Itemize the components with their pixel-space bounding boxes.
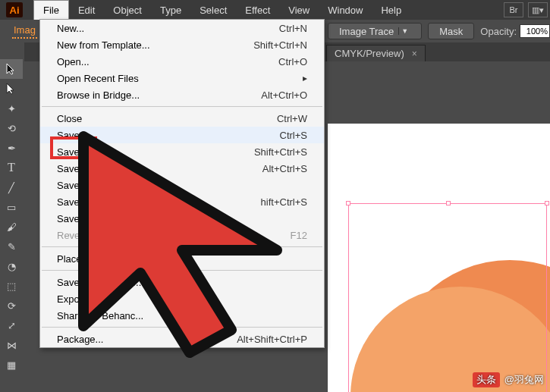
blob-tool-icon[interactable]: ◔ (0, 256, 23, 276)
menu-item-save-selected[interactable]: Save Sele (40, 210, 324, 227)
opacity-control: Opacity: (480, 24, 550, 38)
selection-handle[interactable] (346, 201, 350, 205)
chevron-down-icon[interactable]: ▼ (398, 27, 410, 35)
type-tool-icon[interactable]: T (0, 158, 23, 177)
brush-tool-icon[interactable]: 🖌 (0, 217, 23, 237)
menu-item-save-copy[interactable]: Save aAlt+Ctrl+S (40, 160, 324, 177)
rectangle-tool-icon[interactable]: ▭ (0, 197, 23, 217)
menu-item-close[interactable]: CloseCtrl+W (40, 110, 324, 127)
image-trace-label: Image Trace (339, 26, 394, 37)
rotate-tool-icon[interactable]: ⟳ (0, 296, 23, 315)
menu-help[interactable]: Help (372, 0, 410, 20)
menu-item-export[interactable]: Export... (40, 290, 324, 307)
selection-handle[interactable] (446, 201, 451, 205)
menu-item-browse-bridge[interactable]: Browse in Bridge...Alt+Ctrl+O (40, 86, 324, 103)
menu-item-save-as-template[interactable]: Save as (40, 177, 324, 193)
menu-select[interactable]: Select (190, 0, 236, 20)
bridge-icon[interactable]: Br (504, 2, 523, 17)
wand-tool-icon[interactable]: ✦ (0, 99, 23, 118)
menu-type[interactable]: Type (151, 0, 190, 20)
image-label: Imag (12, 24, 37, 39)
mask-button[interactable]: Mask (428, 23, 474, 39)
line-tool-icon[interactable]: ╱ (0, 177, 23, 197)
menu-window[interactable]: Window (319, 0, 372, 20)
menu-item-open[interactable]: Open...Ctrl+O (40, 53, 324, 70)
free-transform-tool-icon[interactable]: ▦ (0, 355, 23, 375)
menu-bar: Ai File Edit Object Type Select Effect V… (0, 0, 550, 20)
menu-item-revert: RevertF12 (40, 227, 324, 243)
pencil-tool-icon[interactable]: ✎ (0, 237, 23, 256)
document-tab-title: CMYK/Preview) (335, 48, 404, 59)
opacity-label: Opacity: (480, 26, 517, 37)
menu-separator (42, 270, 322, 271)
scale-tool-icon[interactable]: ⤢ (0, 315, 23, 335)
watermark: 头条 @羽兔网 (473, 372, 544, 387)
eraser-tool-icon[interactable]: ⬚ (0, 276, 23, 296)
tool-panel: ✦ ⟲ ✒ T ╱ ▭ 🖌 ✎ ◔ ⬚ ⟳ ⤢ ⋈ ▦ (0, 42, 24, 392)
selection-box (348, 203, 547, 392)
watermark-text: @羽兔网 (504, 373, 544, 387)
selection-tool-icon[interactable] (0, 59, 23, 79)
menu-item-new[interactable]: New...Ctrl+N (40, 20, 324, 36)
close-icon[interactable]: × (412, 49, 417, 59)
menu-item-package[interactable]: Package...Alt+Shift+Ctrl+P (40, 331, 324, 347)
menu-separator (42, 327, 322, 328)
menu-object[interactable]: Object (104, 0, 151, 20)
image-trace-button[interactable]: Image Trace ▼ (328, 23, 422, 39)
direct-selection-tool-icon[interactable] (0, 79, 23, 99)
menu-item-new-template[interactable]: New from Template...Shift+Ctrl+N (40, 36, 324, 53)
width-tool-icon[interactable]: ⋈ (0, 335, 23, 355)
file-menu-dropdown: New...Ctrl+N New from Template...Shift+C… (39, 19, 325, 348)
pen-tool-icon[interactable]: ✒ (0, 138, 23, 158)
menu-edit[interactable]: Edit (69, 0, 104, 20)
watermark-badge: 头条 (473, 372, 500, 387)
lasso-tool-icon[interactable]: ⟲ (0, 118, 23, 138)
menu-item-save-for-web[interactable]: Save forhift+Ctrl+S (40, 193, 324, 210)
menu-item-share-behance[interactable]: Share On Behanc... (40, 307, 324, 324)
menu-item-place[interactable]: Place... (40, 250, 324, 267)
menu-item-open-recent[interactable]: Open Recent Files (40, 70, 324, 86)
tutorial-highlight-box (50, 136, 97, 159)
menu-view[interactable]: View (279, 0, 319, 20)
menu-effect[interactable]: Effect (236, 0, 279, 20)
menu-item-save-microsoft[interactable]: Save for Micro ice... (40, 274, 324, 290)
arrange-icon[interactable]: ▥▾ (528, 2, 548, 17)
menu-file[interactable]: File (33, 0, 69, 20)
opacity-input[interactable] (520, 24, 550, 38)
menu-separator (42, 246, 322, 247)
document-tab[interactable]: CMYK/Preview) × (326, 45, 426, 61)
selection-handle[interactable] (545, 201, 549, 205)
app-logo: Ai (6, 2, 23, 17)
menu-separator (42, 106, 322, 107)
